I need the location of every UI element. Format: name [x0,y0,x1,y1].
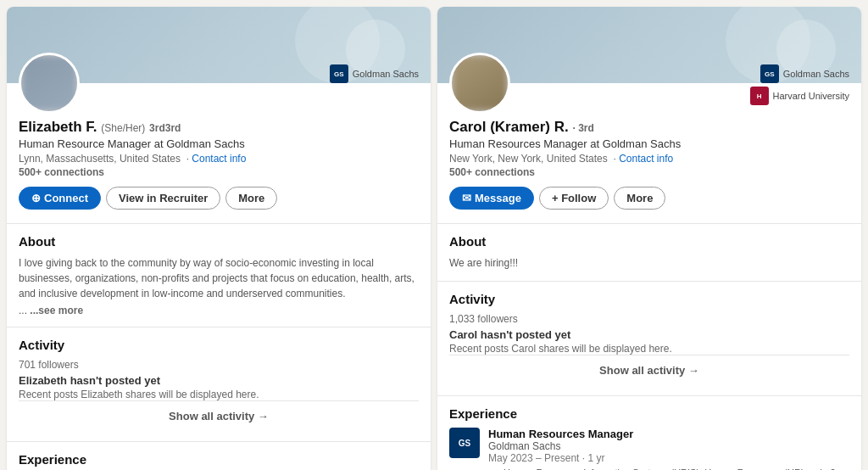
right-harvard-logo: H [750,87,769,105]
right-experience-title: Experience [449,406,849,421]
right-about-section: About We are hiring!!! [437,223,861,281]
left-about-title: About [19,234,419,249]
right-activity-section: Activity 1,033 followers Carol hasn't po… [437,281,861,395]
right-activity-followers: 1,033 followers [449,313,849,325]
right-profile-location: New York, New York, United States · Cont… [449,153,849,165]
right-activity-sub: Recent posts Carol shares will be displa… [449,343,849,355]
left-show-all-activity[interactable]: Show all activity → [19,400,419,431]
right-profile-title: Human Resources Manager at Goldman Sachs [449,137,849,150]
right-exp-role: Human Resources Manager [488,428,849,440]
left-activity-section: Activity 701 followers Elizabeth hasn't … [7,327,431,441]
right-exp-logo: GS [449,428,480,458]
left-activity-sub: Recent posts Elizabeth shares will be di… [19,389,419,400]
left-no-post: Elizabeth hasn't posted yet [19,374,419,387]
left-action-buttons: ⊕ Connect View in Recruiter More [19,187,419,210]
right-exp-company: Goldman Sachs [488,440,849,452]
right-more-button[interactable]: More [614,187,665,210]
right-profile-card: GS Goldman Sachs H Harvard University Ca… [437,7,861,470]
right-contact-link[interactable]: Contact info [619,153,673,165]
right-profile-name: Carol (Kramer) R. · 3rd [449,119,849,136]
right-avatar-image [452,55,508,111]
left-contact-link[interactable]: Contact info [192,153,246,165]
left-about-text: I love giving back to the community by w… [19,255,419,301]
left-gs-logo: GS [330,64,348,83]
right-message-button[interactable]: ✉ Message [449,187,534,210]
left-activity-followers: 701 followers [19,359,419,371]
right-exp-info: Human Resources Manager Goldman Sachs Ma… [488,428,849,470]
right-exp-duration: May 2023 – Present · 1 yr [488,452,849,464]
left-see-more: ...see more [30,305,83,316]
right-follow-button[interactable]: + Follow [539,187,609,210]
left-profile-card: GS Goldman Sachs Elizabeth F. (She/Her) … [7,7,431,470]
left-profile-title: Human Resource Manager at Goldman Sachs [19,137,419,150]
message-icon: ✉ [462,192,471,204]
left-profile-name: Elizabeth F. (She/Her) 3rd3rd [19,119,419,136]
left-connections: 500+ connections [19,166,419,178]
right-experience-section: Experience GS Human Resources Manager Go… [437,395,861,470]
left-see-more-link[interactable]: ...see more [30,305,83,316]
right-gs-name: Goldman Sachs [783,69,849,79]
left-company-badge-gs: GS Goldman Sachs [330,64,419,83]
right-no-post: Carol hasn't posted yet [449,328,849,341]
right-action-buttons: ✉ Message + Follow More [449,187,849,210]
right-show-all-activity[interactable]: Show all activity → [449,355,849,385]
left-about-section: About I love giving back to the communit… [7,223,431,327]
right-company-badge-harvard: H Harvard University [750,87,849,105]
left-connect-button[interactable]: ⊕ Connect [19,187,101,210]
left-profile-header: GS Goldman Sachs Elizabeth F. (She/Her) … [7,53,431,223]
left-experience-title: Experience [19,452,419,467]
right-activity-title: Activity [449,292,849,306]
right-avatar [449,53,510,114]
right-connections: 500+ connections [449,166,849,178]
left-gs-name: Goldman Sachs [353,69,419,79]
right-about-text: We are hiring!!! [449,255,849,271]
right-gs-logo: GS [760,64,779,83]
left-ellipsis: ... ...see more [19,305,419,316]
left-avatar-image [21,55,77,111]
left-profile-location: Lynn, Massachusetts, United States · Con… [19,153,419,165]
right-company-badge-gs: GS Goldman Sachs [760,64,849,83]
left-company-badges: GS Goldman Sachs [330,64,419,83]
left-more-button[interactable]: More [225,187,277,210]
right-exp-item: GS Human Resources Manager Goldman Sachs… [449,428,849,470]
right-company-badges: GS Goldman Sachs H Harvard University [750,64,849,105]
left-avatar [19,53,80,114]
right-about-title: About [449,234,849,249]
right-profile-header: GS Goldman Sachs H Harvard University Ca… [437,53,861,223]
left-experience-section: Experience GS Human Resource Manager Gol… [7,441,431,470]
left-view-recruiter-button[interactable]: View in Recruiter [106,187,220,210]
left-activity-title: Activity [19,338,419,352]
right-harvard-name: Harvard University [773,91,849,101]
connect-icon: ⊕ [31,192,41,204]
